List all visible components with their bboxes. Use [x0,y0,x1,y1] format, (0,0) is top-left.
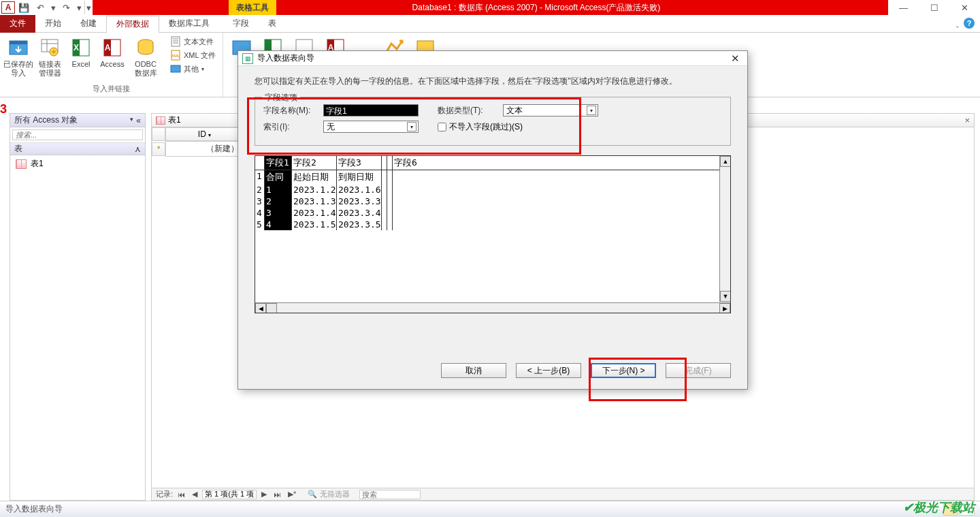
select-all-corner[interactable] [152,127,165,141]
preview-cell-col1[interactable]: 2 [265,195,292,207]
scroll-down-icon[interactable]: ▼ [720,291,731,302]
tab-table[interactable]: 表 [259,15,286,33]
preview-cell-col6[interactable] [393,195,730,207]
close-button[interactable]: ✕ [949,0,980,15]
preview-header-col2[interactable]: 字段2 [292,156,337,170]
scroll-up-icon[interactable]: ▲ [720,156,731,167]
preview-hscrollbar[interactable]: ◀ ▶ [255,302,730,313]
preview-cell-col6[interactable] [393,170,730,184]
qat-save-icon[interactable]: 💾 [16,1,31,14]
nav-header[interactable]: 所有 Access 对象 ▾« [10,114,145,127]
preview-header-col1[interactable]: 字段1 [265,156,292,170]
record-new-icon[interactable]: ▶* [286,490,298,499]
datasheet-search-input[interactable] [359,490,421,499]
nav-header-title: 所有 Access 对象 [14,114,78,126]
tab-database-tools[interactable]: 数据库工具 [159,15,219,33]
qat-undo-icon[interactable]: ↶ [33,1,48,14]
doc-tab[interactable]: 表1 [156,114,181,126]
preview-cell-col3[interactable]: 2023.3.3 [337,195,382,207]
col-header-id[interactable]: ID ▾ [165,127,244,141]
record-prev-icon[interactable]: ◀ [190,490,199,499]
next-button[interactable]: 下一步(N) > [591,363,656,378]
skip-field-input[interactable] [438,123,446,131]
btn-import-excel[interactable]: X Excel [67,35,95,82]
btn-import-other[interactable]: 其他▾ [167,63,218,75]
preview-cell-col2[interactable]: 2023.1.3 [292,195,337,207]
qat-undo-dropdown[interactable]: ▾ [49,1,57,14]
scroll-left-icon[interactable]: ◀ [255,303,266,313]
help-icon[interactable]: ? [964,18,975,29]
record-first-icon[interactable]: ⏮ [176,490,187,499]
preview-header-col4[interactable] [382,156,387,170]
doc-close-icon[interactable]: × [964,115,970,125]
tab-file[interactable]: 文件 [0,15,35,33]
nav-item-table1[interactable]: 表1 [10,155,145,172]
preview-cell-col1[interactable]: 合同 [265,170,292,184]
preview-cell-col5[interactable] [387,207,393,219]
btn-linked-table-mgr[interactable]: 链接表 管理器 [35,35,64,82]
preview-cell-col5[interactable] [387,219,393,230]
preview-cell-col4[interactable] [382,207,387,219]
preview-header-col3[interactable]: 字段3 [337,156,382,170]
preview-header-col6[interactable]: 字段6 [393,156,730,170]
btn-import-odbc[interactable]: ODBC 数据库 [129,35,162,82]
finish-button[interactable]: 完成(F) [666,363,731,378]
linked-table-icon [39,37,61,59]
scroll-right-icon[interactable]: ▶ [719,303,730,313]
back-button[interactable]: < 上一步(B) [516,363,581,378]
data-type-select[interactable]: 文本 ▾ [503,104,598,116]
qat-redo-dropdown[interactable]: ▾ [75,1,83,14]
record-next-icon[interactable]: ▶ [259,490,269,499]
preview-cell-col3[interactable]: 2023.1.6 [337,184,382,195]
btn-import-access[interactable]: A Access [98,35,127,82]
cancel-button[interactable]: 取消 [441,363,506,378]
preview-cell-col2[interactable]: 起始日期 [292,170,337,184]
preview-cell-col6[interactable] [393,184,730,195]
preview-cell-col6[interactable] [393,219,730,230]
preview-cell-col1[interactable]: 4 [265,219,292,230]
nav-search-input[interactable] [12,129,143,140]
nav-section-collapse-icon[interactable]: ⋏ [135,144,141,154]
preview-cell-col1[interactable]: 3 [265,207,292,219]
minimize-button[interactable]: — [888,0,919,15]
preview-cell-col3[interactable]: 2023.3.4 [337,207,382,219]
preview-cell-col4[interactable] [382,195,387,207]
preview-cell-col3[interactable]: 2023.3.5 [337,219,382,230]
preview-cell-col1[interactable]: 1 [265,184,292,195]
btn-import-text[interactable]: 文本文件 [167,35,218,48]
preview-header-col5[interactable] [387,156,393,170]
maximize-button[interactable]: ☐ [919,0,949,15]
preview-cell-col2[interactable]: 2023.1.4 [292,207,337,219]
preview-cell-col5[interactable] [387,195,393,207]
preview-cell-col4[interactable] [382,184,387,195]
ribbon-minimize-icon[interactable]: ˬ [956,19,960,28]
preview-cell-col3[interactable]: 到期日期 [337,170,382,184]
preview-cell-col5[interactable] [387,170,393,184]
nav-collapse-icon[interactable]: ▾« [130,116,141,125]
preview-cell-col6[interactable] [393,207,730,219]
dialog-close-icon[interactable]: ✕ [727,52,743,65]
preview-cell-col2[interactable]: 2023.1.5 [292,219,337,230]
index-select[interactable]: 无 ▾ [323,121,419,133]
preview-cell-col4[interactable] [382,219,387,230]
qat-customize[interactable]: ▾ [84,1,93,14]
row-selector-new[interactable]: * [152,142,165,156]
tab-external-data[interactable]: 外部数据 [106,16,159,33]
field-name-input[interactable]: 字段1 [323,104,419,116]
tab-fields[interactable]: 字段 [223,15,259,33]
preview-cell-col2[interactable]: 2023.1.2 [292,184,337,195]
tab-create[interactable]: 创建 [71,15,106,33]
skip-field-checkbox[interactable]: 不导入字段(跳过)(S) [438,121,523,133]
btn-import-xml[interactable]: XML XML 文件 [167,49,218,61]
btn-saved-imports[interactable]: 已保存的 导入 [4,35,33,82]
tab-home[interactable]: 开始 [35,15,71,33]
record-last-icon[interactable]: ⏭ [272,490,283,499]
preview-cell-col4[interactable] [382,170,387,184]
scroll-thumb[interactable] [266,303,277,313]
preview-vscrollbar[interactable]: ▲ ▼ [719,156,730,302]
new-row-id-cell[interactable]: （新建） [165,141,244,157]
record-position-input[interactable] [202,490,257,499]
qat-redo-icon[interactable]: ↷ [59,1,74,14]
nav-section-tables[interactable]: 表 ⋏ [10,143,145,155]
preview-cell-col5[interactable] [387,184,393,195]
